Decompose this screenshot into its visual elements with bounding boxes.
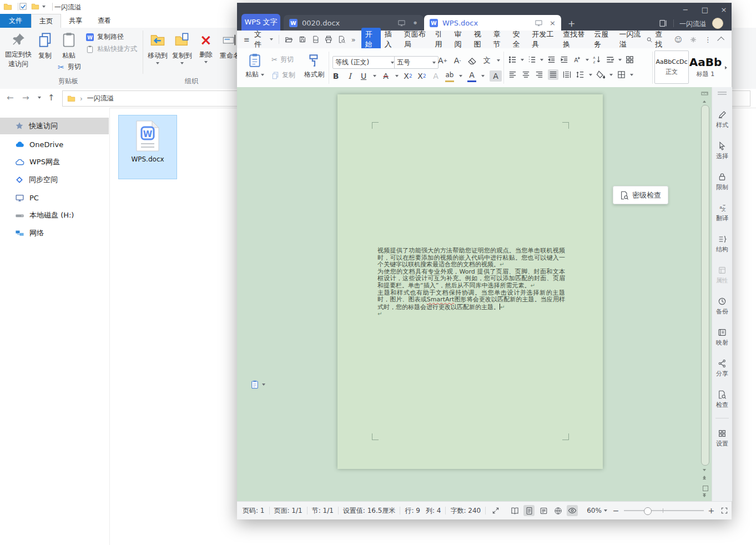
shading-bucket-icon[interactable] xyxy=(596,70,606,79)
collapse-ribbon-icon[interactable] xyxy=(717,37,724,44)
security-level-check-button[interactable]: 密级检查 xyxy=(613,186,668,204)
move-to-button[interactable]: 移动到 xyxy=(145,32,170,64)
subscript-button[interactable]: X2 xyxy=(417,70,426,82)
increase-font-button[interactable]: A+ xyxy=(438,55,447,66)
dropdown-icon[interactable] xyxy=(373,75,376,77)
text-effects-wordart-icon[interactable] xyxy=(572,55,582,64)
tab-find-replace[interactable]: 查找替换 xyxy=(559,28,590,51)
more-commands-icon[interactable]: » xyxy=(351,36,356,44)
panel-item-translate[interactable]: 翻译 xyxy=(712,204,732,223)
recent-locations-icon[interactable] xyxy=(38,97,41,99)
paste-shortcut-button[interactable]: 粘贴快捷方式 xyxy=(86,44,137,54)
web-layout-icon[interactable] xyxy=(552,505,563,516)
panel-item-structure[interactable]: 结构 xyxy=(712,235,732,254)
align-right-icon[interactable] xyxy=(535,70,544,79)
zoom-in-icon[interactable]: + xyxy=(708,506,715,515)
sidebar-item-onedrive[interactable]: OneDrive xyxy=(0,136,109,153)
tab-insert[interactable]: 插入 xyxy=(381,28,400,51)
fit-page-icon[interactable] xyxy=(719,505,730,516)
tab-home[interactable]: 开始 xyxy=(361,28,381,51)
status-word-count[interactable]: 字数: 240 xyxy=(450,506,481,516)
print-preview-icon[interactable] xyxy=(338,35,346,44)
status-page[interactable]: 页面: 1/1 xyxy=(274,506,303,516)
copy-button[interactable]: 复制 xyxy=(34,32,56,60)
user-name[interactable]: 一闪流溢 xyxy=(679,19,706,29)
style-card-heading1[interactable]: AaBb 标题 1 xyxy=(689,51,722,83)
zoom-out-icon[interactable]: − xyxy=(613,506,619,515)
export-pdf-icon[interactable] xyxy=(312,35,320,44)
copy-button[interactable]: 复制 xyxy=(271,70,295,80)
pin-to-quick-access-button[interactable]: 固定到快速访问 xyxy=(3,32,33,69)
sidebar-item-pc[interactable]: PC xyxy=(0,189,109,206)
status-page-number[interactable]: 页码: 1 xyxy=(243,506,265,516)
scroll-up-icon[interactable] xyxy=(703,100,706,103)
copy-path-button[interactable]: 复制路径 xyxy=(86,32,124,42)
sidebar-item-sync-space[interactable]: 同步空间 xyxy=(0,171,109,188)
dropdown-icon[interactable] xyxy=(586,59,589,61)
dropdown-icon[interactable] xyxy=(497,59,500,62)
cut-button[interactable]: ✂ 剪切 xyxy=(58,62,81,72)
paste-button[interactable]: 粘贴 xyxy=(243,53,267,79)
dropdown-icon[interactable] xyxy=(630,74,633,76)
panel-item-share[interactable]: 分享 xyxy=(712,359,732,378)
wps-titlebar[interactable]: − □ × WPS 文字 0020.docx ● WPS.docx × + 一闪… xyxy=(237,3,732,31)
dropdown-icon[interactable] xyxy=(459,75,462,77)
dropdown-icon[interactable] xyxy=(395,75,399,77)
back-icon[interactable]: ← xyxy=(7,93,14,103)
up-icon[interactable]: ↑ xyxy=(48,93,55,103)
tab-review[interactable]: 审阅 xyxy=(451,28,470,51)
panel-item-backup[interactable]: 备份 xyxy=(712,297,732,316)
panel-item-restrict[interactable]: 限制 xyxy=(712,173,732,191)
panel-item-check[interactable]: 检查 xyxy=(712,390,732,409)
copy-to-button[interactable]: 复制到 xyxy=(170,32,194,64)
character-shading-button[interactable]: A xyxy=(490,70,502,82)
hamburger-icon[interactable]: ≡ xyxy=(244,36,250,44)
sidebar-item-wps-cloud[interactable]: WPS网盘 xyxy=(0,154,109,170)
qat-checkbox-icon[interactable] xyxy=(19,2,27,11)
tab-cloud-services[interactable]: 云服务 xyxy=(590,28,615,51)
eye-protection-mode-icon[interactable] xyxy=(567,505,578,516)
sidebar-item-local-disk-h[interactable]: 本地磁盘 (H:) xyxy=(0,207,109,224)
file-menu[interactable]: 文件 xyxy=(254,29,266,49)
style-card-body-text[interactable]: AaBbCcDc 正文 xyxy=(654,51,689,84)
tab-section[interactable]: 章节 xyxy=(489,28,508,51)
tab-home[interactable]: 主页 xyxy=(31,14,61,28)
align-justify-icon[interactable] xyxy=(548,69,558,80)
forward-icon[interactable]: → xyxy=(22,93,29,103)
next-page-icon[interactable] xyxy=(703,493,706,497)
borders-icon[interactable] xyxy=(617,70,626,79)
clear-format-eraser-icon[interactable] xyxy=(467,55,477,66)
tab-references[interactable]: 引用 xyxy=(431,28,451,51)
read-mode-icon[interactable] xyxy=(509,505,520,516)
dropdown-icon[interactable] xyxy=(540,59,543,61)
select-browse-object-icon[interactable] xyxy=(703,486,708,491)
cut-button[interactable]: ✂ 剪切 xyxy=(271,55,294,64)
tab-security[interactable]: 安全 xyxy=(508,28,528,51)
tab-share[interactable]: 共享 xyxy=(61,14,90,28)
highlight-color-button[interactable]: ab xyxy=(445,69,454,82)
tab-dev-tools[interactable]: 开发工具 xyxy=(528,28,559,51)
zoom-dropdown-icon[interactable] xyxy=(604,509,607,512)
document-text[interactable]: 视频提供了功能强大的方法帮助您证明您的观点。当您单击联机视频时，可以在想要添加的… xyxy=(377,248,565,318)
outline-view-icon[interactable] xyxy=(538,505,549,516)
zoom-slider[interactable] xyxy=(624,510,704,511)
paste-options-button[interactable] xyxy=(250,380,265,390)
increase-indent-icon[interactable] xyxy=(560,55,569,64)
previous-page-icon[interactable] xyxy=(703,476,706,480)
panel-item-select[interactable]: 选择 xyxy=(712,142,732,160)
font-name-select[interactable]: 等线 (正文) xyxy=(332,56,397,69)
panel-item-properties[interactable]: 属性 xyxy=(712,266,732,285)
avatar[interactable] xyxy=(712,18,723,29)
line-spacing-icon[interactable] xyxy=(576,70,585,79)
bullet-list-icon[interactable] xyxy=(508,55,517,64)
page-view-icon[interactable] xyxy=(523,505,535,516)
qat-folder-icon[interactable] xyxy=(31,2,39,11)
minimize-button[interactable]: − xyxy=(678,4,693,15)
font-size-select[interactable]: 五号 xyxy=(394,56,439,69)
maximize-button[interactable]: □ xyxy=(697,4,713,15)
qat-dropdown-icon[interactable] xyxy=(42,6,46,8)
superscript-button[interactable]: X2 xyxy=(404,70,412,82)
status-section[interactable]: 节: 1/1 xyxy=(312,506,334,516)
delete-button[interactable]: × 删除 xyxy=(195,32,216,63)
align-left-icon[interactable] xyxy=(508,70,517,79)
